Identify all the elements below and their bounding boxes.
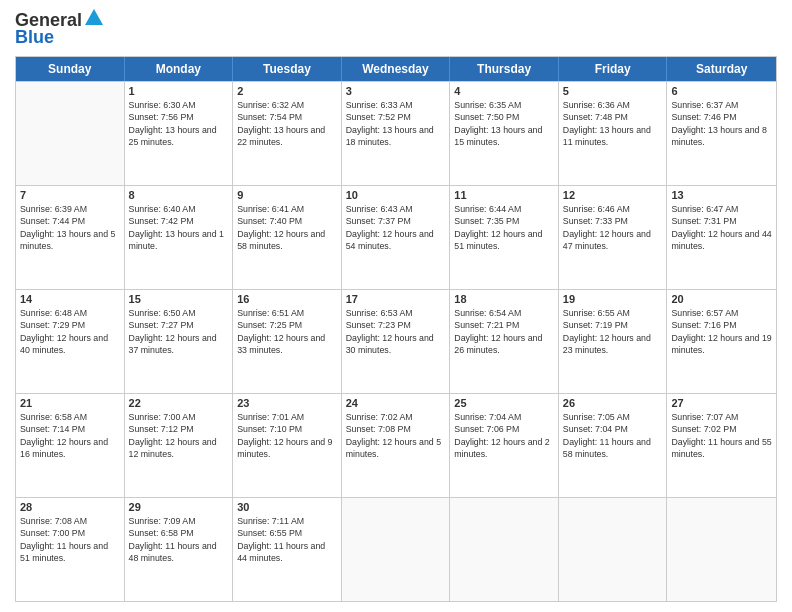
calendar-cell: 4Sunrise: 6:35 AMSunset: 7:50 PMDaylight… [450, 82, 559, 185]
day-info: Sunrise: 6:47 AMSunset: 7:31 PMDaylight:… [671, 203, 772, 252]
calendar-cell: 20Sunrise: 6:57 AMSunset: 7:16 PMDayligh… [667, 290, 776, 393]
day-number: 9 [237, 189, 337, 201]
calendar-cell: 27Sunrise: 7:07 AMSunset: 7:02 PMDayligh… [667, 394, 776, 497]
calendar-cell: 28Sunrise: 7:08 AMSunset: 7:00 PMDayligh… [16, 498, 125, 601]
calendar-cell: 15Sunrise: 6:50 AMSunset: 7:27 PMDayligh… [125, 290, 234, 393]
calendar-cell: 25Sunrise: 7:04 AMSunset: 7:06 PMDayligh… [450, 394, 559, 497]
day-number: 3 [346, 85, 446, 97]
calendar-cell [450, 498, 559, 601]
day-number: 14 [20, 293, 120, 305]
day-number: 28 [20, 501, 120, 513]
day-info: Sunrise: 7:02 AMSunset: 7:08 PMDaylight:… [346, 411, 446, 460]
day-info: Sunrise: 6:43 AMSunset: 7:37 PMDaylight:… [346, 203, 446, 252]
day-number: 23 [237, 397, 337, 409]
logo-triangle-icon [85, 9, 103, 29]
calendar-cell [342, 498, 451, 601]
day-info: Sunrise: 6:36 AMSunset: 7:48 PMDaylight:… [563, 99, 663, 148]
header: General Blue [15, 10, 777, 48]
day-number: 25 [454, 397, 554, 409]
day-number: 2 [237, 85, 337, 97]
day-number: 15 [129, 293, 229, 305]
calendar-cell: 8Sunrise: 6:40 AMSunset: 7:42 PMDaylight… [125, 186, 234, 289]
day-number: 5 [563, 85, 663, 97]
day-number: 22 [129, 397, 229, 409]
day-number: 11 [454, 189, 554, 201]
day-number: 24 [346, 397, 446, 409]
calendar-body: 1Sunrise: 6:30 AMSunset: 7:56 PMDaylight… [16, 81, 776, 601]
calendar-cell: 7Sunrise: 6:39 AMSunset: 7:44 PMDaylight… [16, 186, 125, 289]
page: General Blue SundayMondayTuesdayWednesda… [0, 0, 792, 612]
calendar-cell: 22Sunrise: 7:00 AMSunset: 7:12 PMDayligh… [125, 394, 234, 497]
day-number: 7 [20, 189, 120, 201]
svg-marker-0 [85, 9, 103, 25]
day-info: Sunrise: 6:57 AMSunset: 7:16 PMDaylight:… [671, 307, 772, 356]
calendar-cell: 19Sunrise: 6:55 AMSunset: 7:19 PMDayligh… [559, 290, 668, 393]
calendar-row-2: 7Sunrise: 6:39 AMSunset: 7:44 PMDaylight… [16, 185, 776, 289]
day-header-tuesday: Tuesday [233, 57, 342, 81]
calendar-cell: 26Sunrise: 7:05 AMSunset: 7:04 PMDayligh… [559, 394, 668, 497]
calendar-header: SundayMondayTuesdayWednesdayThursdayFrid… [16, 57, 776, 81]
logo-blue-text: Blue [15, 27, 54, 48]
calendar-cell: 14Sunrise: 6:48 AMSunset: 7:29 PMDayligh… [16, 290, 125, 393]
day-info: Sunrise: 6:32 AMSunset: 7:54 PMDaylight:… [237, 99, 337, 148]
day-info: Sunrise: 7:05 AMSunset: 7:04 PMDaylight:… [563, 411, 663, 460]
calendar-cell: 6Sunrise: 6:37 AMSunset: 7:46 PMDaylight… [667, 82, 776, 185]
day-info: Sunrise: 6:30 AMSunset: 7:56 PMDaylight:… [129, 99, 229, 148]
calendar-cell: 29Sunrise: 7:09 AMSunset: 6:58 PMDayligh… [125, 498, 234, 601]
day-info: Sunrise: 6:44 AMSunset: 7:35 PMDaylight:… [454, 203, 554, 252]
day-number: 12 [563, 189, 663, 201]
day-number: 13 [671, 189, 772, 201]
day-info: Sunrise: 6:48 AMSunset: 7:29 PMDaylight:… [20, 307, 120, 356]
calendar-cell: 24Sunrise: 7:02 AMSunset: 7:08 PMDayligh… [342, 394, 451, 497]
day-header-sunday: Sunday [16, 57, 125, 81]
calendar-cell [667, 498, 776, 601]
day-number: 6 [671, 85, 772, 97]
day-number: 4 [454, 85, 554, 97]
day-info: Sunrise: 7:00 AMSunset: 7:12 PMDaylight:… [129, 411, 229, 460]
day-number: 26 [563, 397, 663, 409]
logo: General Blue [15, 10, 103, 48]
calendar-cell [16, 82, 125, 185]
day-info: Sunrise: 6:55 AMSunset: 7:19 PMDaylight:… [563, 307, 663, 356]
calendar: SundayMondayTuesdayWednesdayThursdayFrid… [15, 56, 777, 602]
day-number: 27 [671, 397, 772, 409]
calendar-row-4: 21Sunrise: 6:58 AMSunset: 7:14 PMDayligh… [16, 393, 776, 497]
calendar-cell: 23Sunrise: 7:01 AMSunset: 7:10 PMDayligh… [233, 394, 342, 497]
day-info: Sunrise: 6:35 AMSunset: 7:50 PMDaylight:… [454, 99, 554, 148]
day-header-saturday: Saturday [667, 57, 776, 81]
day-info: Sunrise: 6:41 AMSunset: 7:40 PMDaylight:… [237, 203, 337, 252]
day-number: 20 [671, 293, 772, 305]
day-info: Sunrise: 6:54 AMSunset: 7:21 PMDaylight:… [454, 307, 554, 356]
calendar-cell: 2Sunrise: 6:32 AMSunset: 7:54 PMDaylight… [233, 82, 342, 185]
day-info: Sunrise: 7:09 AMSunset: 6:58 PMDaylight:… [129, 515, 229, 564]
calendar-cell: 12Sunrise: 6:46 AMSunset: 7:33 PMDayligh… [559, 186, 668, 289]
day-info: Sunrise: 6:58 AMSunset: 7:14 PMDaylight:… [20, 411, 120, 460]
calendar-cell [559, 498, 668, 601]
calendar-cell: 17Sunrise: 6:53 AMSunset: 7:23 PMDayligh… [342, 290, 451, 393]
calendar-cell: 18Sunrise: 6:54 AMSunset: 7:21 PMDayligh… [450, 290, 559, 393]
day-info: Sunrise: 7:08 AMSunset: 7:00 PMDaylight:… [20, 515, 120, 564]
day-number: 19 [563, 293, 663, 305]
day-number: 10 [346, 189, 446, 201]
calendar-row-5: 28Sunrise: 7:08 AMSunset: 7:00 PMDayligh… [16, 497, 776, 601]
calendar-cell: 16Sunrise: 6:51 AMSunset: 7:25 PMDayligh… [233, 290, 342, 393]
day-number: 18 [454, 293, 554, 305]
day-info: Sunrise: 6:53 AMSunset: 7:23 PMDaylight:… [346, 307, 446, 356]
day-info: Sunrise: 6:39 AMSunset: 7:44 PMDaylight:… [20, 203, 120, 252]
day-number: 8 [129, 189, 229, 201]
day-info: Sunrise: 7:11 AMSunset: 6:55 PMDaylight:… [237, 515, 337, 564]
day-info: Sunrise: 6:51 AMSunset: 7:25 PMDaylight:… [237, 307, 337, 356]
day-info: Sunrise: 6:37 AMSunset: 7:46 PMDaylight:… [671, 99, 772, 148]
day-number: 30 [237, 501, 337, 513]
calendar-cell: 9Sunrise: 6:41 AMSunset: 7:40 PMDaylight… [233, 186, 342, 289]
calendar-cell: 11Sunrise: 6:44 AMSunset: 7:35 PMDayligh… [450, 186, 559, 289]
day-info: Sunrise: 7:01 AMSunset: 7:10 PMDaylight:… [237, 411, 337, 460]
day-info: Sunrise: 6:50 AMSunset: 7:27 PMDaylight:… [129, 307, 229, 356]
calendar-cell: 30Sunrise: 7:11 AMSunset: 6:55 PMDayligh… [233, 498, 342, 601]
day-info: Sunrise: 7:04 AMSunset: 7:06 PMDaylight:… [454, 411, 554, 460]
day-info: Sunrise: 6:33 AMSunset: 7:52 PMDaylight:… [346, 99, 446, 148]
calendar-cell: 5Sunrise: 6:36 AMSunset: 7:48 PMDaylight… [559, 82, 668, 185]
calendar-row-3: 14Sunrise: 6:48 AMSunset: 7:29 PMDayligh… [16, 289, 776, 393]
day-info: Sunrise: 7:07 AMSunset: 7:02 PMDaylight:… [671, 411, 772, 460]
calendar-cell: 13Sunrise: 6:47 AMSunset: 7:31 PMDayligh… [667, 186, 776, 289]
